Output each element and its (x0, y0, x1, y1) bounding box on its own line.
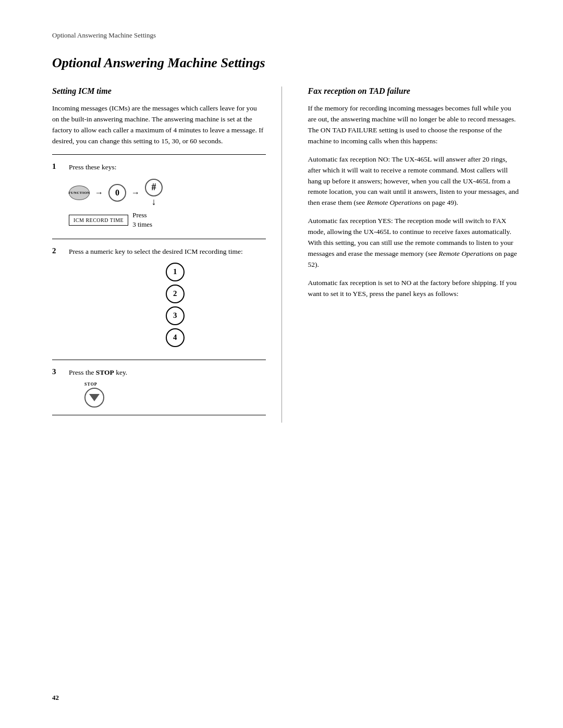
step-1: 1 Press these keys: FUNCTION → 0 → # ↓ (52, 162, 266, 232)
left-intro: Incoming messages (ICMs) are the message… (52, 103, 266, 147)
two-column-layout: Setting ICM time Incoming messages (ICMs… (52, 87, 521, 423)
stop-label-text: STOP (84, 382, 97, 387)
press-box-area: ICM RECORD TIME Press 3 times (69, 211, 266, 229)
step-3-number: 3 (52, 367, 64, 408)
num-key-4: 4 (166, 328, 185, 347)
step-3-content: Press the STOP key. STOP (69, 367, 266, 408)
key-0: 0 (108, 184, 126, 202)
page-title: Optional Answering Machine Settings (52, 55, 521, 71)
right-para-3: Automatic fax reception YES: The recepti… (308, 216, 522, 270)
step-3-text: Press the (69, 368, 94, 376)
step-2: 2 Press a numeric key to select the desi… (52, 246, 266, 352)
step-2-number: 2 (52, 246, 64, 352)
step-2-content: Press a numeric key to select the desire… (69, 246, 266, 352)
num-key-3: 3 (166, 306, 185, 325)
num-key-1: 1 (166, 263, 185, 281)
left-column: Setting ICM time Incoming messages (ICMs… (52, 87, 282, 423)
key-hash: # (145, 179, 163, 196)
step-3: 3 Press the STOP key. STOP (52, 367, 266, 408)
numeric-keys-diagram: 1 2 3 4 (84, 263, 266, 347)
press-label: Press (132, 211, 146, 219)
step-2-label: Press a numeric key to select the desire… (69, 246, 266, 257)
page: Optional Answering Machine Settings Opti… (0, 0, 563, 728)
function-label: FUNCTION (68, 191, 90, 195)
right-column: Fax reception on TAD failure If the memo… (303, 87, 522, 423)
step-1-number: 1 (52, 162, 64, 232)
step-3-text2: key. (116, 368, 127, 376)
page-number: 42 (52, 694, 59, 702)
times-label: 3 times (132, 220, 152, 228)
hash-col: # ↓ (145, 179, 163, 207)
right-section-title: Fax reception on TAD failure (308, 87, 522, 96)
right-para-2: Automatic fax reception NO: The UX-465L … (308, 154, 522, 209)
arrow-2: → (131, 188, 140, 198)
header-text: Optional Answering Machine Settings (52, 31, 521, 40)
stop-bold: STOP (96, 368, 114, 376)
divider-1 (52, 154, 266, 155)
stop-key-area: STOP (84, 382, 266, 408)
right-para-4: Automatic fax reception is set to NO at … (308, 278, 522, 300)
stop-key-circle (84, 388, 104, 408)
keys-diagram: FUNCTION → 0 → # ↓ (69, 179, 266, 207)
arrow-1: → (95, 188, 103, 198)
divider-3 (52, 360, 266, 360)
icm-record-time-box: ICM RECORD TIME (69, 215, 128, 226)
right-para-2-italic: Remote Operations (367, 199, 422, 206)
right-para-1: If the memory for recording incoming mes… (308, 103, 522, 147)
step-1-content: Press these keys: FUNCTION → 0 → # ↓ (69, 162, 266, 232)
divider-2 (52, 239, 266, 239)
step-1-label: Press these keys: (69, 162, 266, 172)
right-para-2-end: on page 49). (421, 199, 458, 206)
left-section-title: Setting ICM time (52, 87, 266, 96)
right-para-3-italic: Remote Operations (438, 250, 493, 257)
divider-4 (52, 415, 266, 415)
stop-triangle-icon (89, 394, 100, 401)
press-times-text: Press 3 times (132, 211, 152, 229)
function-key: FUNCTION (69, 186, 90, 200)
step-3-label: Press the STOP key. (69, 367, 266, 378)
down-arrow: ↓ (152, 196, 156, 207)
num-key-2: 2 (166, 285, 185, 303)
